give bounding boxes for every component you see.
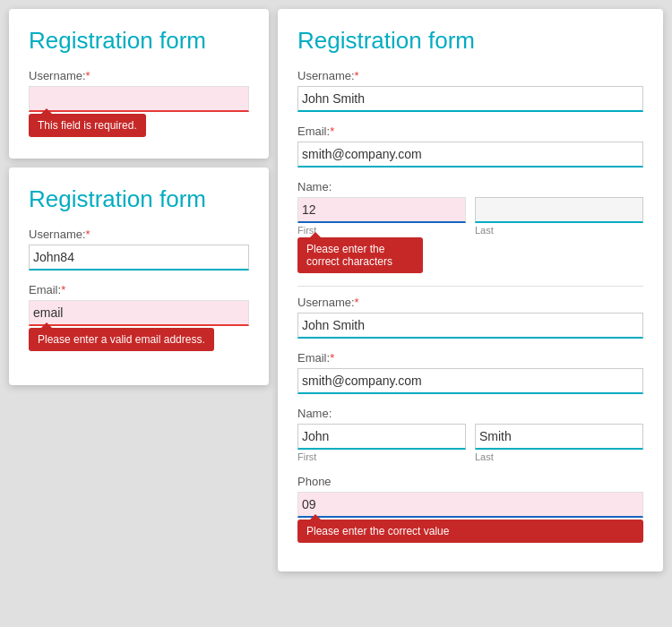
form1-title: Registration form	[29, 27, 249, 55]
form3-name2-label: Name:	[297, 407, 643, 420]
form3-title: Registration form	[297, 27, 643, 55]
form3-first2-input[interactable]	[297, 424, 466, 450]
required-star-5: *	[330, 125, 334, 138]
form-card-1: Registration form Username:* This field …	[9, 9, 269, 159]
form3-first-name-group: First Please enter the correct character…	[297, 197, 466, 273]
form3-email1-group: Email:*	[297, 125, 643, 167]
form3-name2-group: Name: First Last	[297, 407, 643, 462]
form3-phone-label: Phone	[297, 475, 643, 488]
form3-name-label: Name:	[297, 180, 643, 193]
section-divider	[297, 286, 643, 287]
form-card-2: Registration form Username:* Email:* Ple…	[9, 167, 269, 385]
required-star-1: *	[86, 69, 90, 82]
form3-username2-label: Username:*	[297, 296, 643, 309]
form3-name-row: First Please enter the correct character…	[297, 197, 643, 273]
form3-username1-group: Username:*	[297, 69, 643, 112]
form1-username-label: Username:*	[29, 69, 249, 82]
form3-first2-group: First	[297, 424, 466, 462]
form3-username2-group: Username:*	[297, 296, 643, 339]
form1-username-error: This field is required.	[29, 114, 146, 137]
form3-email1-label: Email:*	[297, 125, 643, 138]
form1-username-group: Username:* This field is required.	[29, 69, 249, 137]
form3-name2-row: First Last	[297, 424, 643, 462]
form3-last2-group: Last	[475, 424, 643, 462]
form3-username1-label: Username:*	[297, 69, 643, 82]
form3-email1-input[interactable]	[297, 142, 643, 167]
form3-phone-error: Please enter the correct value	[297, 520, 643, 543]
form3-first-name-input[interactable]	[297, 197, 466, 223]
form3-username2-input[interactable]	[297, 313, 643, 339]
required-star-4: *	[355, 69, 359, 82]
form-card-3: Registration form Username:* Email:* Nam…	[278, 9, 663, 571]
form3-username1-input[interactable]	[297, 86, 643, 112]
form3-last2-sublabel: Last	[475, 451, 643, 462]
form2-username-label: Username:*	[29, 228, 249, 241]
form2-email-group: Email:* Please enter a valid email addre…	[29, 283, 249, 351]
form2-username-group: Username:*	[29, 228, 249, 271]
form2-username-input[interactable]	[29, 245, 249, 271]
form3-last-name-input[interactable]	[475, 197, 643, 223]
required-star-3: *	[61, 283, 65, 296]
form3-email2-input[interactable]	[297, 368, 643, 394]
form3-name-group: Name: First Please enter the correct cha…	[297, 180, 643, 273]
form3-last-name-sublabel: Last	[475, 225, 643, 236]
form3-phone-input[interactable]	[297, 492, 643, 518]
form3-last2-input[interactable]	[475, 424, 643, 450]
required-star-7: *	[330, 351, 334, 365]
form2-email-input[interactable]	[29, 300, 249, 326]
form1-username-input[interactable]	[29, 86, 249, 112]
form3-first2-sublabel: First	[297, 451, 466, 462]
form3-last-name-group: Last	[475, 197, 643, 273]
form3-phone-group: Phone Please enter the correct value	[297, 475, 643, 543]
form2-email-label: Email:*	[29, 283, 249, 296]
form3-email2-group: Email:*	[297, 351, 643, 394]
form3-name-error: Please enter the correct characters	[297, 237, 423, 273]
required-star-2: *	[86, 228, 90, 241]
form2-title: Registration form	[29, 185, 249, 213]
form3-email2-label: Email:*	[297, 351, 643, 365]
form3-first-name-sublabel: First	[297, 225, 466, 236]
form2-email-error: Please enter a valid email address.	[29, 328, 214, 351]
required-star-6: *	[355, 296, 359, 309]
